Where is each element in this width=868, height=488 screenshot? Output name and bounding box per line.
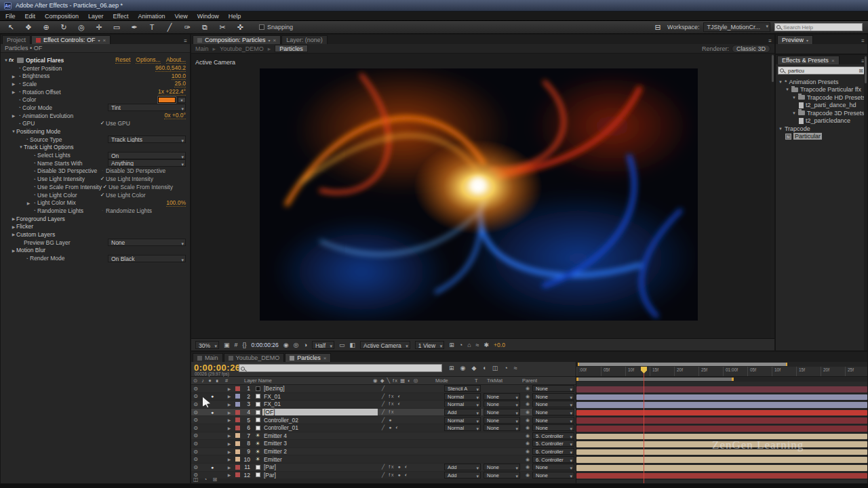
pixel-aspect-icon[interactable]: ⊞: [449, 342, 454, 348]
magnification-dropdown[interactable]: 30%: [195, 341, 219, 349]
time-navigator[interactable]: [576, 362, 867, 367]
mode-dropdown[interactable]: Add: [444, 472, 481, 479]
mask-visibility-icon[interactable]: {}: [243, 342, 247, 348]
twirl-icon[interactable]: ▼: [11, 129, 16, 134]
mode-dropdown[interactable]: Normal: [444, 417, 481, 424]
tab-preview[interactable]: Preview ▾: [777, 35, 813, 44]
layer-visibility-icon[interactable]: ⊙: [191, 409, 200, 415]
layer-name[interactable]: FX_01: [262, 393, 382, 400]
twirl-icon[interactable]: ▶: [11, 74, 16, 79]
snapping-toggle[interactable]: Snapping: [259, 24, 293, 30]
layer-color-chip[interactable]: [233, 433, 242, 438]
layer-visibility-icon[interactable]: ⊙: [191, 432, 200, 439]
effect-link-reset[interactable]: Reset: [115, 56, 130, 64]
effect-row-render-mode[interactable]: ◔Render ModeOn Black: [1, 254, 190, 262]
shape-tool[interactable]: ▭: [111, 23, 122, 32]
effect-row-color-mode[interactable]: ◔Color ModeTint: [1, 104, 190, 112]
checkbox-value[interactable]: ✓Use GPU: [99, 120, 186, 127]
layer-name[interactable]: [OF]: [262, 409, 382, 415]
layer-color-chip[interactable]: [233, 441, 242, 446]
channels-icon[interactable]: ◑: [303, 342, 307, 348]
checkbox-value[interactable]: ·Randomize Lights: [99, 207, 186, 214]
layer-visibility-icon[interactable]: ⊙: [191, 449, 200, 455]
parent-dropdown[interactable]: None: [532, 393, 574, 400]
layer-twirl-icon[interactable]: ▶: [225, 457, 233, 462]
layer-name[interactable]: Emitter: [262, 456, 382, 463]
parent-column-header[interactable]: Parent: [522, 378, 570, 384]
parent-pickwhip-icon[interactable]: ◉: [523, 386, 532, 391]
layer-name-column-header[interactable]: Layer Name: [244, 378, 373, 384]
twirl-icon[interactable]: ▼: [792, 111, 796, 115]
stopwatch-icon[interactable]: ◔: [24, 137, 30, 142]
unified-camera-tool[interactable]: ◎: [76, 23, 87, 32]
effect-row-disable-3d-perspective[interactable]: ◔Disable 3D Perspective·Disable 3D Persp…: [1, 167, 190, 176]
tree-item-trapcode-hd-presets[interactable]: ▼Trapcode HD Presets: [776, 94, 867, 102]
layer-color-chip[interactable]: [233, 386, 242, 391]
twirl-icon[interactable]: ▶: [11, 248, 16, 253]
parent-pickwhip-icon[interactable]: ◉: [523, 457, 532, 462]
layer-visibility-icon[interactable]: ⊙: [191, 464, 200, 470]
layer-visibility-icon[interactable]: ⊙: [191, 393, 200, 399]
parent-pickwhip-icon[interactable]: ◉: [523, 401, 532, 407]
layer-visibility-icon[interactable]: ⊙: [191, 417, 200, 423]
safe-margins-icon[interactable]: ▣: [224, 342, 230, 348]
snapping-checkbox[interactable]: [259, 24, 264, 30]
trkmat-dropdown[interactable]: None: [484, 424, 520, 431]
trkmat-dropdown[interactable]: None: [484, 401, 520, 407]
twirl-icon[interactable]: ▶: [26, 201, 31, 205]
effect-row-light-color-mix[interactable]: ▶◔Light Color Mix100.0%: [1, 199, 190, 207]
layer-switches[interactable]: ╱ fx ◐: [382, 394, 444, 399]
time-ruler[interactable]: :00f05f10f15f20f25f01:00f05f10f15f20f25f: [576, 367, 867, 377]
hand-tool[interactable]: ❖: [23, 23, 34, 32]
twirl-icon[interactable]: ▼: [785, 87, 789, 92]
reset-exposure-icon[interactable]: ✱: [484, 342, 490, 348]
layer-twirl-icon[interactable]: ▶: [225, 386, 233, 391]
tree-item-trapcode-particular-ffx[interactable]: ▼Trapcode Particular ffx: [776, 86, 867, 94]
layer-color-chip[interactable]: [233, 465, 242, 470]
checkbox-icon[interactable]: ·: [99, 207, 106, 214]
menu-file[interactable]: File: [5, 13, 16, 20]
tab-effects-presets[interactable]: Effects & Presets ×: [777, 56, 840, 64]
layer-name[interactable]: Controller_02: [262, 417, 382, 424]
parent-dropdown[interactable]: None: [532, 464, 574, 470]
parent-dropdown[interactable]: 6. Controller: [532, 448, 574, 455]
tree-item-particular[interactable]: fxParticular: [776, 133, 867, 141]
close-icon[interactable]: ×: [323, 355, 327, 361]
effect-row-source-type[interactable]: ◔Source TypeTrack Lights: [1, 136, 190, 144]
parent-dropdown[interactable]: None: [532, 401, 574, 407]
work-area-bar[interactable]: [576, 377, 867, 382]
region-of-interest-icon[interactable]: ▭: [339, 342, 345, 348]
stopwatch-icon[interactable]: ◔: [31, 169, 37, 174]
parent-dropdown[interactable]: None: [532, 472, 574, 479]
effect-row-animation-evolution[interactable]: ▶◔Animation Evolution0x +0.0°: [1, 112, 190, 120]
checkbox-icon[interactable]: ✓: [102, 184, 108, 190]
parent-dropdown[interactable]: None: [532, 385, 574, 392]
flowchart-icon[interactable]: ≈: [476, 342, 479, 348]
effect-row-select-lights[interactable]: ◔Select LightsOn: [1, 151, 190, 159]
pan-behind-tool[interactable]: ✛: [94, 23, 104, 32]
layer-name[interactable]: Controller_01: [262, 424, 382, 431]
help-search[interactable]: [774, 23, 863, 31]
parent-pickwhip-icon[interactable]: ◉: [523, 418, 532, 423]
stopwatch-icon[interactable]: ◔: [31, 192, 37, 197]
effect-dropdown[interactable]: None: [108, 239, 186, 246]
layer-solo-icon[interactable]: ●: [208, 394, 216, 399]
layer-switches[interactable]: ╱ fx ● ◐: [382, 464, 444, 470]
twirl-icon[interactable]: ▶: [11, 232, 16, 237]
effect-row-color[interactable]: ◔Color▾: [1, 96, 190, 104]
layer-visibility-icon[interactable]: ⊙: [191, 425, 200, 431]
stopwatch-icon[interactable]: ◔: [31, 177, 37, 182]
layer-color-chip[interactable]: [233, 410, 242, 415]
twirl-icon[interactable]: ▼: [3, 58, 9, 62]
tree-item-animation-presets[interactable]: ▼*Animation Presets: [776, 78, 867, 86]
trkmat-dropdown[interactable]: None: [484, 417, 520, 424]
parent-pickwhip-icon[interactable]: ◉: [523, 433, 532, 439]
effect-dropdown[interactable]: Anything: [108, 159, 186, 167]
effect-value[interactable]: 1x +222.4°: [158, 88, 186, 96]
effect-link-about[interactable]: About...: [166, 56, 186, 64]
layer-twirl-icon[interactable]: ▶: [225, 394, 233, 399]
trkmat-dropdown[interactable]: None: [484, 393, 520, 400]
twirl-icon[interactable]: ▶: [11, 89, 16, 94]
stopwatch-icon[interactable]: ◔: [24, 256, 30, 261]
grid-guides-icon[interactable]: #: [235, 342, 238, 348]
